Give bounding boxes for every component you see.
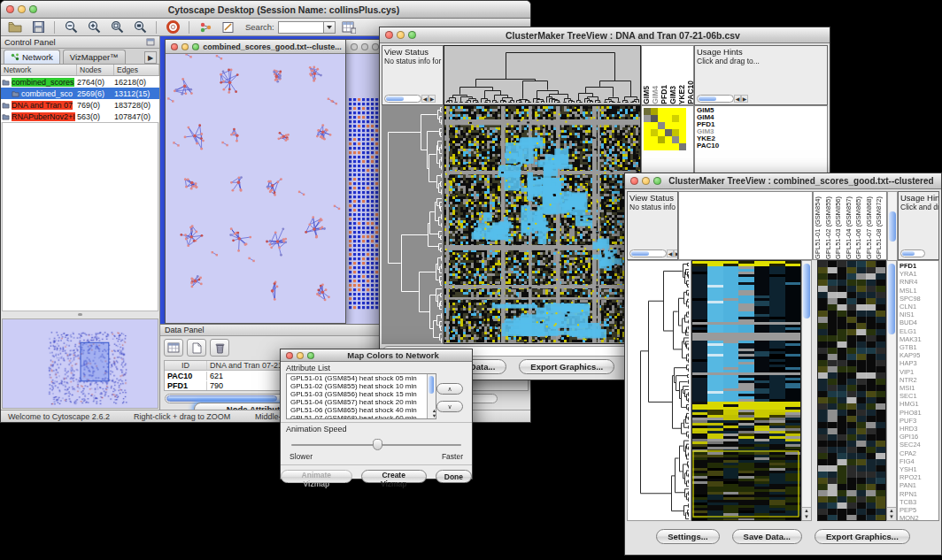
mini-hscrollbar[interactable]: ◀▶ — [629, 249, 678, 257]
search-dropdown-button[interactable] — [324, 21, 336, 34]
gene-column-label[interactable]: PFD1 — [660, 85, 668, 104]
close-button[interactable] — [630, 177, 638, 185]
gene-row-label[interactable]: CPA2 — [900, 449, 937, 457]
animate-vizmap-button[interactable]: Animate Vizmap — [281, 470, 352, 483]
zoom-fit-button[interactable] — [130, 19, 150, 35]
gene-row-label[interactable]: BUD4 — [900, 318, 937, 326]
done-button[interactable]: Done — [436, 470, 472, 483]
column-header-edges[interactable]: Edges — [114, 65, 159, 75]
network-table-row[interactable]: DNA and Tran 07 769(0) 183728(0) — [1, 99, 159, 111]
select-attributes-button[interactable] — [164, 339, 183, 357]
gene-row-label[interactable]: MSL1 — [900, 287, 937, 295]
gene-row-label[interactable]: PEP5 — [900, 506, 937, 514]
network-view-window[interactable]: combined_scores_good.txt--cluste... — [165, 39, 346, 324]
attribute-item[interactable]: GPL51-03 (GSM856) heat shock 15 min — [289, 390, 436, 398]
labels-vscrollbar[interactable] — [887, 191, 898, 262]
attribute-listbox[interactable]: GPL51-01 (GSM854) heat shock 05 minGPL51… — [286, 373, 436, 419]
close-button[interactable] — [351, 43, 358, 50]
treeview-dna-titlebar[interactable]: ClusterMaker TreeView : DNA and Tran 07-… — [380, 27, 830, 43]
global-heatmap-canvas[interactable] — [444, 105, 641, 344]
create-attribute-button[interactable] — [187, 339, 206, 357]
minimize-button[interactable] — [18, 5, 26, 13]
gene-row-label[interactable]: HAP3 — [900, 359, 937, 367]
gene-row-label[interactable]: GTB1 — [900, 343, 937, 351]
create-vizmap-button[interactable]: Create Vizmap — [361, 470, 427, 483]
zoom-heatmap-canvas[interactable] — [644, 108, 686, 150]
gene-row-label[interactable]: ELG1 — [900, 327, 937, 335]
network-view-titlebar[interactable]: combined_scores_good.txt--cluste... — [166, 40, 345, 54]
close-button[interactable] — [6, 5, 14, 13]
network-overview-button[interactable] — [196, 19, 215, 35]
gene-row-label[interactable]: PFD1 — [900, 262, 937, 270]
scroll-right-icon[interactable]: ▶ — [429, 95, 436, 103]
gene-row-label[interactable]: YRA1 — [900, 270, 937, 278]
condition-label[interactable]: GPL51-08 (GSM872) — [875, 196, 885, 259]
dialog-titlebar[interactable]: Map Colors to Network — [281, 349, 472, 362]
gene-row-label[interactable]: YSH1 — [900, 465, 937, 473]
attribute-table-button[interactable] — [339, 19, 359, 35]
scroll-right-icon[interactable]: ▶ — [741, 95, 748, 103]
scroll-arrows[interactable]: ▲▼ — [802, 507, 811, 520]
zoom-button[interactable] — [192, 43, 199, 50]
gene-row-label[interactable]: MON2 — [900, 514, 937, 521]
gene-row-label[interactable]: TCB3 — [900, 498, 937, 506]
network-table-row[interactable]: combined_scores 2764(0) 16218(0) — [1, 76, 159, 88]
gene-column-label[interactable]: GIM4 — [651, 86, 660, 104]
gene-column-label[interactable]: PAC10 — [686, 81, 694, 104]
scrollbar-thumb[interactable] — [803, 264, 810, 318]
gene-row-label[interactable]: GIM4 — [697, 114, 825, 121]
zoom-out-button[interactable] — [61, 19, 81, 35]
gene-row-label[interactable]: RNR4 — [900, 278, 937, 286]
zoom-vscrollbar[interactable]: ▲▼ — [886, 260, 897, 521]
zoom-selected-button[interactable] — [107, 19, 127, 35]
background-window-titlebar[interactable] — [345, 40, 382, 54]
scroll-left-icon[interactable]: ◀ — [421, 95, 429, 103]
attribute-item[interactable]: GPL51-06 (GSM865) heat shock 40 min — [289, 406, 436, 414]
panel-splitter-handle[interactable] — [1, 311, 159, 318]
help-button[interactable] — [163, 19, 182, 35]
row-dendrogram-canvas[interactable] — [382, 105, 444, 344]
network-overview-canvas[interactable] — [2, 318, 158, 409]
gene-row-label[interactable]: HMG1 — [900, 400, 937, 408]
gene-row-label[interactable]: MSI1 — [900, 384, 937, 392]
list-vscrollbar[interactable]: ▲▼ — [427, 374, 436, 418]
gene-column-label[interactable]: YKE2 — [677, 85, 686, 104]
minimize-button[interactable] — [397, 31, 405, 39]
gene-column-label[interactable]: GIM5 — [642, 86, 651, 104]
column-dendrogram-canvas[interactable] — [444, 45, 641, 105]
gene-column-label[interactable]: GIM3 — [668, 86, 677, 104]
gene-row-label[interactable]: GIM5 — [697, 107, 825, 114]
zoom-button[interactable] — [653, 177, 661, 185]
attribute-item[interactable]: GPL51-02 (GSM855) heat shock 10 min — [289, 382, 436, 390]
scroll-right-icon[interactable]: ▶ — [674, 249, 678, 257]
close-button[interactable] — [385, 31, 393, 39]
grid-network-canvas[interactable] — [345, 54, 382, 324]
gene-row-label[interactable]: NIS1 — [900, 311, 937, 318]
minimize-button[interactable] — [297, 352, 304, 359]
scroll-left-icon[interactable]: ◀ — [734, 95, 741, 103]
gene-row-label[interactable]: PFD1 — [697, 121, 825, 128]
gene-row-label[interactable]: PAC10 — [697, 142, 825, 150]
column-header-nodes[interactable]: Nodes — [77, 65, 114, 75]
gene-row-label[interactable]: HRD3 — [900, 425, 937, 433]
network-view-canvas[interactable] — [166, 54, 345, 323]
id-column-header[interactable]: ID — [165, 361, 207, 370]
attribute-item[interactable]: GPL51-04 (GSM857) heat shock 20 min — [289, 398, 436, 406]
scroll-arrows[interactable]: ▲▼ — [429, 408, 436, 418]
gene-row-label[interactable]: RPO21 — [900, 473, 937, 481]
heatmap-vscrollbar[interactable]: ▲▼ — [801, 260, 812, 521]
condition-label[interactable]: GPL51-02 (GSM855) — [824, 196, 835, 259]
save-session-button[interactable] — [28, 19, 48, 35]
background-network-window[interactable] — [344, 39, 383, 324]
condition-label[interactable]: GPL51-04 (GSM857) — [845, 196, 855, 259]
zoom-in-button[interactable] — [84, 19, 104, 35]
mini-hscrollbar[interactable]: ◀▶ — [697, 95, 748, 103]
gene-row-label[interactable]: GIM3 — [697, 128, 825, 135]
zoom-button[interactable] — [307, 352, 314, 359]
column-dendrogram-area[interactable] — [678, 191, 813, 260]
gene-row-label[interactable]: NTR2 — [900, 376, 937, 384]
open-session-button[interactable] — [5, 19, 25, 35]
zoom-button[interactable] — [408, 31, 416, 39]
close-button[interactable] — [286, 352, 293, 359]
slider-thumb[interactable] — [373, 439, 382, 450]
